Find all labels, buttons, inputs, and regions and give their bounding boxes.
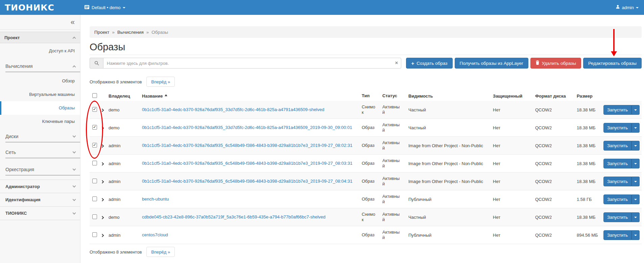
row-checkbox[interactable]	[92, 107, 97, 112]
sidebar-section-label: Проект	[4, 35, 20, 40]
launch-button[interactable]: Запустить	[603, 177, 631, 186]
get-applayer-images-button[interactable]: Получить образы из AppLayer	[455, 58, 528, 69]
expand-row-icon[interactable]	[101, 198, 104, 201]
row-checkbox[interactable]	[92, 232, 97, 237]
launch-button[interactable]: Запустить	[603, 123, 631, 133]
actions-dropdown-toggle[interactable]	[631, 105, 640, 115]
cell-disk-format: QCOW2	[533, 179, 575, 184]
table-row: demo 0b1c1cf5-31a0-4edc-b370-926a76daf93…	[90, 119, 642, 137]
sidebar-item-instances[interactable]: Виртуальные машины	[0, 88, 80, 101]
sidebar-section-admin[interactable]: Администратор	[0, 180, 80, 193]
sidebar-group-network[interactable]: Сеть	[0, 147, 80, 158]
expand-row-icon[interactable]	[101, 108, 104, 112]
cell-visibility: Публичный	[406, 233, 490, 238]
image-name-link[interactable]: 0b1c1cf5-31a0-4edc-b370-926a76daf935_33d…	[142, 125, 352, 130]
cell-protected: Нет	[490, 197, 533, 202]
table-row: admin 0b1c1cf5-31a0-4edc-b370-926a76daf9…	[90, 173, 642, 190]
image-name-link[interactable]: 0b1c1cf5-31a0-4edc-b370-926a76daf935_6c5…	[142, 179, 352, 184]
image-name-link[interactable]: 0b1c1cf5-31a0-4edc-b370-926a76daf935_6c5…	[142, 161, 352, 166]
expand-row-icon[interactable]	[101, 180, 104, 183]
sidebar-group-compute[interactable]: Вычисления	[0, 61, 80, 72]
actions-dropdown-toggle[interactable]	[631, 230, 640, 240]
actions-dropdown-toggle[interactable]	[631, 212, 640, 222]
expand-row-icon[interactable]	[101, 216, 104, 219]
row-checkbox[interactable]	[92, 214, 97, 219]
launch-button[interactable]: Запустить	[603, 105, 631, 115]
row-checkbox[interactable]	[92, 143, 97, 148]
launch-button[interactable]: Запустить	[603, 212, 631, 222]
brand-logo[interactable]: ТИОНИКС	[0, 3, 80, 12]
clear-filter-icon[interactable]: ×	[395, 60, 398, 66]
create-image-button[interactable]: + Создать образ	[406, 58, 452, 69]
cell-size: 1.58 ГБ	[575, 197, 603, 202]
expand-row-icon[interactable]	[101, 126, 104, 130]
expand-row-icon[interactable]	[101, 162, 104, 165]
cell-visibility: Частный	[406, 215, 490, 220]
sidebar-item-images[interactable]: Образы	[0, 101, 80, 115]
cell-protected: Нет	[490, 143, 533, 148]
sidebar-section-tionix[interactable]: ТИОНИКС	[0, 207, 80, 220]
next-page-button[interactable]: Вперёд »	[146, 247, 175, 257]
select-all-checkbox[interactable]	[92, 93, 97, 98]
row-actions: Запустить	[603, 212, 640, 222]
sidebar-section-identity[interactable]: Идентификация	[0, 193, 80, 207]
row-checkbox[interactable]	[92, 179, 97, 183]
cell-size: 18.38 МБ	[575, 179, 603, 184]
row-checkbox[interactable]	[92, 161, 97, 165]
image-name-link[interactable]: 0b1c1cf5-31a0-4edc-b370-926a76daf935_33d…	[142, 107, 324, 112]
next-page-button[interactable]: Вперёд »	[146, 77, 175, 87]
edit-images-button[interactable]: Редактировать образы	[583, 58, 642, 69]
delete-images-button[interactable]: Удалить образы	[530, 58, 581, 69]
column-header-type[interactable]: Тип	[360, 93, 380, 99]
image-name-link[interactable]: centos7cloud	[142, 232, 168, 238]
image-name-link[interactable]: 0b1c1cf5-31a0-4edc-b370-926a76daf935_6c5…	[142, 143, 352, 148]
column-header-visibility[interactable]: Видимость	[406, 94, 490, 99]
actions-dropdown-toggle[interactable]	[631, 177, 640, 186]
sidebar-item-keypairs[interactable]: Ключевые пары	[0, 115, 80, 128]
sidebar-collapse-row: «	[0, 15, 80, 30]
actions-dropdown-toggle[interactable]	[631, 141, 640, 151]
sidebar-section-project[interactable]: Проект	[0, 32, 80, 43]
breadcrumb-project[interactable]: Проект	[94, 30, 109, 35]
column-header-disk-format[interactable]: Формат диска	[533, 94, 575, 99]
expand-row-icon[interactable]	[101, 144, 104, 148]
column-header-protected[interactable]: Защищенный	[490, 94, 533, 99]
launch-button[interactable]: Запустить	[603, 141, 631, 151]
breadcrumb: Проект » Вычисления » Образы	[90, 26, 642, 38]
edit-images-label: Редактировать образы	[588, 61, 637, 66]
project-context-switcher[interactable]: Default • demo	[85, 5, 125, 10]
image-name-link[interactable]: cdbde045-cb23-42e8-896c-37a0b52a719f_5a3…	[142, 214, 326, 220]
breadcrumb-compute[interactable]: Вычисления	[117, 30, 144, 35]
launch-button[interactable]: Запустить	[603, 230, 631, 240]
row-checkbox[interactable]	[92, 196, 97, 201]
user-menu[interactable]: admin	[616, 5, 644, 10]
expand-row-icon[interactable]	[101, 234, 104, 237]
launch-button[interactable]: Запустить	[603, 194, 631, 204]
row-actions: Запустить	[603, 230, 640, 240]
caret-down-icon	[634, 109, 637, 111]
caret-down-icon	[634, 127, 637, 129]
cell-owner: admin	[109, 179, 142, 184]
image-name-link[interactable]: bench-ubuntu	[142, 196, 169, 202]
sidebar-group-orchestration[interactable]: Оркестрация	[0, 164, 80, 175]
row-checkbox[interactable]	[92, 125, 97, 130]
sidebar-group-volumes[interactable]: Диски	[0, 131, 80, 142]
column-header-owner[interactable]: Владелец	[109, 94, 142, 99]
actions-dropdown-toggle[interactable]	[631, 194, 640, 204]
sidebar-collapse-button[interactable]: «	[71, 19, 75, 26]
sidebar-item-api-access[interactable]: Доступ к API	[0, 45, 80, 57]
launch-button[interactable]: Запустить	[603, 159, 631, 168]
sidebar-group-label: Вычисления	[5, 63, 33, 69]
column-header-status[interactable]: Статус	[380, 93, 406, 99]
actions-dropdown-toggle[interactable]	[631, 159, 640, 168]
cell-type: Образ	[360, 196, 380, 202]
cell-disk-format: QCOW2	[533, 215, 575, 220]
toolbar: × + Создать образ Получить образы из App…	[90, 58, 642, 69]
column-header-name[interactable]: Название	[142, 94, 360, 99]
column-header-size[interactable]: Размер	[575, 94, 603, 99]
sidebar-item-overview[interactable]: Обзор	[0, 74, 80, 88]
filter-input[interactable]	[103, 58, 401, 69]
chevron-up-icon	[73, 36, 76, 40]
actions-dropdown-toggle[interactable]	[631, 123, 640, 133]
cell-status: Активный	[380, 212, 406, 222]
